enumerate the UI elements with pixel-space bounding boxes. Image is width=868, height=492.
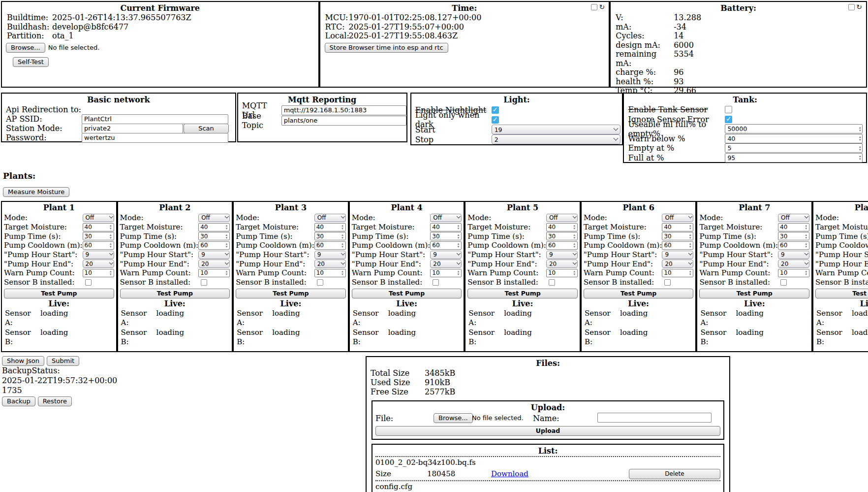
number-spinner[interactable]: ▴▾ (858, 145, 862, 151)
pump-hour-end-select[interactable]: 20 (430, 260, 462, 268)
sensor-b-installed-checkbox[interactable] (201, 279, 207, 286)
number-spinner[interactable]: ▴▾ (341, 224, 344, 230)
number-spinner[interactable]: ▴▾ (109, 242, 113, 248)
refresh-icon[interactable]: ↻ (599, 4, 605, 10)
mode-select[interactable]: Off (83, 214, 114, 222)
useable-ml-input[interactable]: 50000 ▴▾ (725, 124, 863, 133)
warn-pump-count-input[interactable]: 10 ▴▾ (83, 269, 114, 277)
warn-pump-count-input[interactable]: 10 ▴▾ (430, 269, 462, 277)
pump-cooldown-input[interactable]: 60 ▴▾ (778, 241, 809, 250)
store-browser-time-button[interactable]: Store Browser time into esp and rtc (325, 43, 448, 53)
pump-time-input[interactable]: 30 ▴▾ (546, 232, 578, 240)
light-only-when-dark-checkbox[interactable] (492, 116, 499, 124)
number-spinner[interactable]: ▴▾ (457, 270, 461, 276)
pump-cooldown-input[interactable]: 60 ▴▾ (198, 241, 230, 250)
sensor-b-installed-checkbox[interactable] (549, 279, 555, 286)
mqtt-url-input[interactable] (281, 105, 406, 115)
number-spinner[interactable]: ▴▾ (109, 224, 113, 230)
number-spinner[interactable]: ▴▾ (572, 233, 576, 239)
firmware-browse-button[interactable]: Browse... (6, 43, 45, 53)
pump-hour-start-select[interactable]: 9 (778, 251, 809, 259)
warn-pump-count-input[interactable]: 10 ▴▾ (314, 269, 346, 277)
pump-hour-start-select[interactable]: 9 (546, 251, 578, 259)
download-link[interactable]: Download (491, 469, 528, 478)
ap-ssid-input[interactable] (82, 114, 228, 124)
sensor-b-installed-checkbox[interactable] (85, 279, 92, 286)
target-moisture-input[interactable]: 40 ▴▾ (83, 223, 114, 231)
pump-time-input[interactable]: 30 ▴▾ (662, 232, 693, 240)
light-stop-select[interactable]: 2 (492, 134, 620, 144)
battery-auto-refresh-checkbox[interactable] (848, 4, 855, 10)
warn-pump-count-input[interactable]: 10 ▴▾ (198, 269, 230, 277)
pump-hour-end-select[interactable]: 20 (546, 260, 578, 268)
number-spinner[interactable]: ▴▾ (225, 242, 229, 248)
number-spinner[interactable]: ▴▾ (109, 233, 113, 239)
number-spinner[interactable]: ▴▾ (341, 270, 344, 276)
number-spinner[interactable]: ▴▾ (457, 224, 461, 230)
target-moisture-input[interactable]: 40 ▴▾ (662, 223, 693, 231)
test-pump-button[interactable]: Test Pump (120, 289, 230, 298)
pump-time-input[interactable]: 30 ▴▾ (314, 232, 346, 240)
scan-button[interactable]: Scan (184, 124, 229, 133)
number-spinner[interactable]: ▴▾ (225, 233, 229, 239)
number-spinner[interactable]: ▴▾ (805, 224, 808, 230)
test-pump-button[interactable]: Test Pump (236, 289, 346, 298)
number-spinner[interactable]: ▴▾ (858, 155, 862, 161)
restore-button[interactable]: Restore (38, 396, 72, 406)
pump-time-input[interactable]: 30 ▴▾ (778, 232, 809, 240)
pump-hour-end-select[interactable]: 20 (778, 260, 809, 268)
pump-hour-end-select[interactable]: 20 (662, 260, 693, 268)
test-pump-button[interactable]: Test Pump (699, 289, 809, 298)
warn-pump-count-input[interactable]: 10 ▴▾ (778, 269, 809, 277)
pump-time-input[interactable]: 30 ▴▾ (430, 232, 462, 240)
enable-nightlight-checkbox[interactable] (492, 106, 499, 114)
target-moisture-input[interactable]: 40 ▴▾ (430, 223, 462, 231)
mode-select[interactable]: Off (662, 214, 693, 222)
number-spinner[interactable]: ▴▾ (805, 242, 808, 248)
number-spinner[interactable]: ▴▾ (688, 233, 692, 239)
light-start-select[interactable]: 19 (492, 125, 620, 134)
number-spinner[interactable]: ▴▾ (341, 242, 344, 248)
pump-cooldown-input[interactable]: 60 ▴▾ (83, 241, 114, 250)
target-moisture-input[interactable]: 40 ▴▾ (198, 223, 230, 231)
enable-tank-sensor-checkbox[interactable] (725, 106, 732, 113)
pump-hour-end-select[interactable]: 20 (83, 260, 114, 268)
warn-pump-count-input[interactable]: 10 ▴▾ (546, 269, 578, 277)
test-pump-button[interactable]: Test Pump (4, 289, 114, 298)
pump-cooldown-input[interactable]: 60 ▴▾ (546, 241, 578, 250)
pump-hour-end-select[interactable]: 20 (198, 260, 230, 268)
number-spinner[interactable]: ▴▾ (572, 270, 576, 276)
target-moisture-input[interactable]: 40 ▴▾ (314, 223, 346, 231)
number-spinner[interactable]: ▴▾ (457, 242, 461, 248)
sensor-b-installed-checkbox[interactable] (433, 279, 439, 286)
number-spinner[interactable]: ▴▾ (457, 233, 461, 239)
password-input[interactable] (82, 133, 228, 143)
number-spinner[interactable]: ▴▾ (225, 224, 229, 230)
pump-cooldown-input[interactable]: 60 ▴▾ (314, 241, 346, 250)
pump-hour-start-select[interactable]: 9 (198, 251, 230, 259)
sensor-b-installed-checkbox[interactable] (664, 279, 671, 286)
pump-time-input[interactable]: 30 ▴▾ (198, 232, 230, 240)
test-pump-button[interactable]: Test Pump (815, 289, 868, 298)
full-at-input[interactable]: 95 ▴▾ (725, 153, 863, 163)
warn-below-input[interactable]: 40 ▴▾ (725, 134, 863, 143)
number-spinner[interactable]: ▴▾ (688, 224, 692, 230)
empty-at-input[interactable]: 5 ▴▾ (725, 143, 863, 153)
station-mode-input[interactable] (82, 124, 183, 133)
test-pump-button[interactable]: Test Pump (467, 289, 578, 298)
target-moisture-input[interactable]: 40 ▴▾ (546, 223, 578, 231)
pump-hour-end-select[interactable]: 20 (314, 260, 346, 268)
measure-moisture-button[interactable]: Measure Moisture (3, 187, 69, 197)
upload-name-input[interactable] (597, 413, 712, 423)
number-spinner[interactable]: ▴▾ (805, 270, 808, 276)
mode-select[interactable]: Off (778, 214, 809, 222)
ignore-sensor-error-checkbox[interactable] (725, 116, 732, 123)
backup-button[interactable]: Backup (2, 396, 35, 406)
time-auto-refresh-checkbox[interactable] (591, 4, 597, 10)
number-spinner[interactable]: ▴▾ (572, 242, 576, 248)
mode-select[interactable]: Off (198, 214, 230, 222)
base-topic-input[interactable] (281, 116, 406, 126)
target-moisture-input[interactable]: 40 ▴▾ (778, 223, 809, 231)
number-spinner[interactable]: ▴▾ (109, 270, 113, 276)
warn-pump-count-input[interactable]: 10 ▴▾ (662, 269, 693, 277)
